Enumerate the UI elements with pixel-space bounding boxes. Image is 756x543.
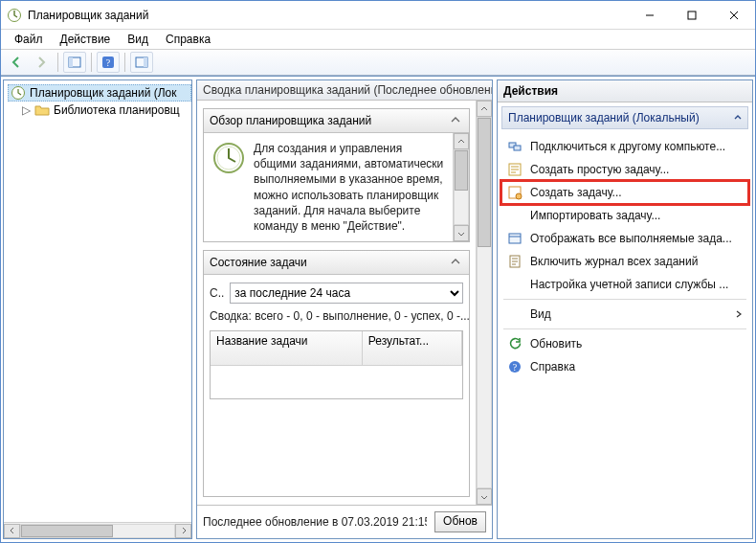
column-task-name[interactable]: Название задачи bbox=[211, 331, 363, 365]
action-item[interactable]: Подключиться к другому компьюте... bbox=[501, 135, 748, 158]
action-item[interactable]: Обновить bbox=[501, 332, 748, 355]
action-label: Подключиться к другому компьюте... bbox=[530, 140, 725, 153]
scroll-track[interactable] bbox=[20, 524, 175, 538]
tree-library-label: Библиотека планировщ bbox=[54, 103, 180, 117]
action-label: Отображать все выполняемые зада... bbox=[530, 232, 732, 245]
scroll-down-icon[interactable] bbox=[454, 225, 469, 241]
scroll-track[interactable] bbox=[477, 117, 492, 488]
status-filter-label: С.. bbox=[210, 286, 224, 300]
action-label: Вид bbox=[530, 307, 551, 321]
action-item[interactable]: Вид bbox=[501, 303, 748, 326]
scroll-right-icon[interactable] bbox=[175, 524, 191, 538]
svg-rect-16 bbox=[509, 234, 521, 243]
action-item[interactable]: Отображать все выполняемые зада... bbox=[501, 227, 748, 250]
import-icon bbox=[507, 208, 523, 223]
actions-separator bbox=[503, 299, 746, 300]
svg-rect-12 bbox=[514, 146, 521, 150]
scroll-thumb[interactable] bbox=[21, 525, 113, 537]
toolbar-separator bbox=[124, 53, 125, 72]
action-label: Создать задачу... bbox=[530, 186, 622, 199]
minimize-button[interactable] bbox=[629, 1, 671, 30]
toolbar: ? bbox=[1, 49, 755, 76]
action-item[interactable]: Создать задачу... bbox=[501, 181, 748, 204]
action-label: Обновить bbox=[530, 337, 582, 351]
scroll-up-icon[interactable] bbox=[477, 101, 492, 117]
refresh-button[interactable]: Обнов bbox=[434, 511, 486, 532]
submenu-arrow-icon bbox=[735, 310, 743, 318]
clock-icon bbox=[11, 85, 26, 101]
tree-root-label: Планировщик заданий (Лок bbox=[30, 86, 177, 100]
titlebar: Планировщик заданий bbox=[1, 1, 755, 30]
details-vertical-scrollbar[interactable] bbox=[476, 101, 492, 505]
action-label: Справка bbox=[530, 360, 575, 373]
status-section: Состояние задачи С.. за последние 24 час… bbox=[203, 250, 470, 497]
none-icon bbox=[507, 306, 523, 322]
create-basic-icon bbox=[507, 162, 523, 177]
connect-icon bbox=[507, 139, 523, 154]
details-header: Сводка планировщика заданий (Последнее о… bbox=[197, 80, 492, 101]
svg-point-15 bbox=[516, 193, 522, 199]
status-header[interactable]: Состояние задачи bbox=[204, 251, 469, 275]
action-item[interactable]: Импортировать задачу... bbox=[501, 204, 748, 227]
help-icon: ? bbox=[507, 359, 523, 374]
overview-scrollbar[interactable] bbox=[453, 133, 469, 241]
actions-pane: Действия Планировщик заданий (Локальный)… bbox=[497, 79, 753, 539]
status-summary: Сводка: всего - 0, 0 - выполнение, 0 - у… bbox=[204, 307, 469, 325]
menu-help[interactable]: Справка bbox=[158, 31, 218, 48]
tree-node-library[interactable]: ▷ Библиотека планировщ bbox=[8, 102, 191, 119]
refresh-icon bbox=[507, 336, 523, 351]
svg-rect-7 bbox=[144, 57, 147, 67]
scroll-down-icon[interactable] bbox=[477, 488, 492, 505]
show-hide-tree-button[interactable] bbox=[63, 52, 86, 73]
task-status-list[interactable]: Название задачи Результат... bbox=[210, 330, 463, 399]
action-label: Создать простую задачу... bbox=[530, 163, 669, 176]
menu-view[interactable]: Вид bbox=[120, 31, 156, 48]
scroll-thumb[interactable] bbox=[455, 150, 468, 191]
action-item[interactable]: ?Справка bbox=[501, 355, 748, 378]
workspace: Планировщик заданий (Лок ▷ Библиотека пл… bbox=[1, 76, 755, 542]
show-hide-action-pane-button[interactable] bbox=[130, 52, 153, 73]
tree-expander-icon[interactable]: ▷ bbox=[21, 103, 31, 117]
overview-title: Обзор планировщика заданий bbox=[210, 114, 371, 127]
action-label: Включить журнал всех заданий bbox=[530, 255, 698, 268]
toolbar-separator bbox=[91, 53, 92, 72]
close-button[interactable] bbox=[713, 1, 755, 30]
overview-header[interactable]: Обзор планировщика заданий bbox=[204, 109, 469, 133]
window-controls bbox=[629, 1, 755, 30]
create-icon bbox=[507, 185, 523, 200]
action-item[interactable]: Создать простую задачу... bbox=[501, 158, 748, 181]
actions-list: Подключиться к другому компьюте...Создат… bbox=[498, 133, 752, 384]
menu-action[interactable]: Действие bbox=[53, 31, 119, 48]
back-button[interactable] bbox=[5, 52, 28, 73]
collapse-group-icon[interactable] bbox=[734, 114, 742, 122]
actions-group-title[interactable]: Планировщик заданий (Локальный) bbox=[501, 106, 748, 129]
scroll-up-icon[interactable] bbox=[454, 133, 469, 149]
action-item[interactable]: Настройка учетной записи службы ... bbox=[501, 273, 748, 296]
scroll-track[interactable] bbox=[454, 149, 469, 225]
maximize-button[interactable] bbox=[671, 1, 713, 30]
actions-header: Действия bbox=[498, 80, 752, 102]
collapse-icon[interactable] bbox=[448, 255, 463, 270]
overview-section: Обзор планировщика заданий Для создания … bbox=[203, 108, 470, 242]
last-refresh-text: Последнее обновление в 07.03.2019 21:15:… bbox=[203, 515, 427, 529]
column-result[interactable]: Результат... bbox=[363, 331, 462, 365]
actions-group-label: Планировщик заданий (Локальный) bbox=[508, 111, 700, 124]
tree-node-root[interactable]: Планировщик заданий (Лок bbox=[8, 84, 191, 102]
details-footer: Последнее обновление в 07.03.2019 21:15:… bbox=[197, 505, 492, 538]
scroll-left-icon[interactable] bbox=[4, 524, 20, 538]
forward-button[interactable] bbox=[30, 52, 53, 73]
menu-file[interactable]: Файл bbox=[7, 31, 51, 48]
action-label: Импортировать задачу... bbox=[530, 209, 660, 222]
help-toolbar-button[interactable]: ? bbox=[97, 52, 120, 73]
scroll-thumb[interactable] bbox=[478, 118, 491, 247]
status-filter-select[interactable]: за последние 24 часа bbox=[230, 283, 463, 304]
svg-rect-1 bbox=[688, 11, 696, 19]
tree-pane: Планировщик заданий (Лок ▷ Библиотека пл… bbox=[3, 79, 192, 539]
svg-rect-3 bbox=[69, 57, 73, 67]
tree[interactable]: Планировщик заданий (Лок ▷ Библиотека пл… bbox=[4, 80, 191, 522]
collapse-icon[interactable] bbox=[448, 113, 463, 128]
log-icon bbox=[507, 254, 523, 269]
tree-horizontal-scrollbar[interactable] bbox=[4, 522, 191, 538]
action-item[interactable]: Включить журнал всех заданий bbox=[501, 250, 748, 273]
app-icon bbox=[7, 8, 22, 23]
